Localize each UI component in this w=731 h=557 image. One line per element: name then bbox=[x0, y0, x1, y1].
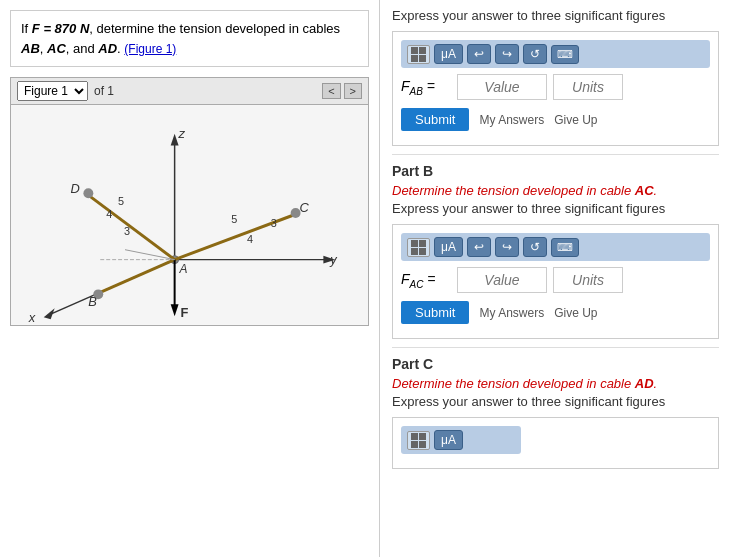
mu-button-a[interactable]: μΑ bbox=[434, 44, 463, 64]
svg-text:5: 5 bbox=[118, 195, 124, 207]
left-panel: If F = 870 N, determine the tension deve… bbox=[0, 0, 380, 557]
svg-text:C: C bbox=[300, 200, 310, 215]
refresh-button-a[interactable]: ↺ bbox=[523, 44, 547, 64]
keyboard-button-a[interactable]: ⌨ bbox=[551, 45, 579, 64]
part-a-input-block: μΑ ↩ ↪ ↺ ⌨ FAB = Submit My Answers Give … bbox=[392, 31, 719, 146]
svg-text:z: z bbox=[178, 126, 186, 141]
svg-point-13 bbox=[83, 188, 93, 198]
svg-text:3: 3 bbox=[271, 217, 277, 229]
matrix-cell bbox=[411, 240, 418, 247]
part-c-cable: AD bbox=[635, 376, 654, 391]
part-b-value-input[interactable] bbox=[457, 267, 547, 293]
figure-box: Figure 1 of 1 < > z y bbox=[10, 77, 369, 326]
figure-next-button[interactable]: > bbox=[344, 83, 362, 99]
matrix-cell bbox=[419, 441, 426, 448]
keyboard-button-b[interactable]: ⌨ bbox=[551, 238, 579, 257]
part-b-input-block: μΑ ↩ ↪ ↺ ⌨ FAC = Submit My Answers Give … bbox=[392, 224, 719, 339]
part-c-divider bbox=[392, 347, 719, 348]
part-a-give-up[interactable]: Give Up bbox=[554, 113, 597, 127]
matrix-icon[interactable] bbox=[407, 45, 430, 64]
matrix-cell bbox=[411, 47, 418, 54]
svg-text:D: D bbox=[71, 181, 80, 196]
part-a-toolbar: μΑ ↩ ↪ ↺ ⌨ bbox=[401, 40, 710, 68]
part-a-my-answers[interactable]: My Answers bbox=[479, 113, 544, 127]
part-b-cable: AC bbox=[635, 183, 654, 198]
svg-text:4: 4 bbox=[247, 233, 253, 245]
part-c-title: Part C bbox=[392, 356, 719, 372]
svg-text:5: 5 bbox=[231, 213, 237, 225]
matrix-icon-b[interactable] bbox=[407, 238, 430, 257]
part-a-sub: AB bbox=[410, 85, 423, 96]
redo-button-b[interactable]: ↪ bbox=[495, 237, 519, 257]
refresh-button-b[interactable]: ↺ bbox=[523, 237, 547, 257]
part-b-submit-row: Submit My Answers Give Up bbox=[401, 301, 710, 324]
part-c-input-block: μΑ bbox=[392, 417, 719, 469]
part-b-give-up[interactable]: Give Up bbox=[554, 306, 597, 320]
svg-rect-0 bbox=[11, 106, 368, 324]
problem-statement: If F = 870 N, determine the tension deve… bbox=[10, 10, 369, 67]
part-b-toolbar: μΑ ↩ ↪ ↺ ⌨ bbox=[401, 233, 710, 261]
figure-select[interactable]: Figure 1 bbox=[17, 81, 88, 101]
part-a-units-input[interactable] bbox=[553, 74, 623, 100]
part-c-toolbar: μΑ bbox=[401, 426, 521, 454]
undo-button-b[interactable]: ↩ bbox=[467, 237, 491, 257]
matrix-icon-c[interactable] bbox=[407, 431, 430, 450]
figure-of-label: of 1 bbox=[94, 84, 114, 98]
figure-svg: z y x A D B bbox=[11, 105, 368, 325]
undo-button-a[interactable]: ↩ bbox=[467, 44, 491, 64]
matrix-cell bbox=[411, 55, 418, 62]
part-a-label: FAB = bbox=[401, 78, 451, 97]
matrix-cell bbox=[411, 248, 418, 255]
part-b-units-input[interactable] bbox=[553, 267, 623, 293]
svg-text:4: 4 bbox=[106, 208, 112, 220]
redo-button-a[interactable]: ↪ bbox=[495, 44, 519, 64]
cable-ac: AC bbox=[47, 41, 66, 56]
cable-ab: AB bbox=[21, 41, 40, 56]
part-a-input-row: FAB = bbox=[401, 74, 710, 100]
part-b-input-row: FAC = bbox=[401, 267, 710, 293]
svg-text:B: B bbox=[88, 294, 97, 309]
figure-prev-button[interactable]: < bbox=[322, 83, 340, 99]
svg-text:A: A bbox=[179, 262, 188, 276]
part-b-sub: AC bbox=[410, 278, 424, 289]
part-b-instruction: Express your answer to three significant… bbox=[392, 201, 719, 216]
matrix-cell bbox=[419, 47, 426, 54]
matrix-cell bbox=[419, 248, 426, 255]
mu-button-b[interactable]: μΑ bbox=[434, 237, 463, 257]
force-value: F = 870 N bbox=[32, 21, 89, 36]
problem-text: If F = 870 N, determine the tension deve… bbox=[21, 21, 340, 56]
matrix-cell bbox=[411, 441, 418, 448]
matrix-cell bbox=[411, 433, 418, 440]
top-instruction: Express your answer to three significant… bbox=[392, 8, 719, 23]
part-b-submit-button[interactable]: Submit bbox=[401, 301, 469, 324]
part-a-value-input[interactable] bbox=[457, 74, 547, 100]
part-b-desc: Determine the tension developed in cable… bbox=[392, 183, 719, 198]
part-c-desc: Determine the tension developed in cable… bbox=[392, 376, 719, 391]
part-a-submit-button[interactable]: Submit bbox=[401, 108, 469, 131]
part-c-section: Part C Determine the tension developed i… bbox=[392, 356, 719, 469]
part-b-label: FAC = bbox=[401, 271, 451, 290]
part-b-section: Part B Determine the tension developed i… bbox=[392, 163, 719, 339]
matrix-cell bbox=[419, 433, 426, 440]
right-panel: Express your answer to three significant… bbox=[380, 0, 731, 557]
cable-ad: AD bbox=[98, 41, 117, 56]
figure-content: z y x A D B bbox=[11, 105, 368, 325]
figure-link[interactable]: (Figure 1) bbox=[124, 42, 176, 56]
svg-text:3: 3 bbox=[124, 225, 130, 237]
part-b-title: Part B bbox=[392, 163, 719, 179]
matrix-cell bbox=[419, 55, 426, 62]
figure-header: Figure 1 of 1 < > bbox=[11, 78, 368, 105]
part-a-submit-row: Submit My Answers Give Up bbox=[401, 108, 710, 131]
part-b-divider bbox=[392, 154, 719, 155]
part-b-my-answers[interactable]: My Answers bbox=[479, 306, 544, 320]
part-c-instruction: Express your answer to three significant… bbox=[392, 394, 719, 409]
mu-button-c[interactable]: μΑ bbox=[434, 430, 463, 450]
svg-text:F: F bbox=[181, 305, 189, 320]
matrix-cell bbox=[419, 240, 426, 247]
svg-text:x: x bbox=[28, 310, 36, 325]
